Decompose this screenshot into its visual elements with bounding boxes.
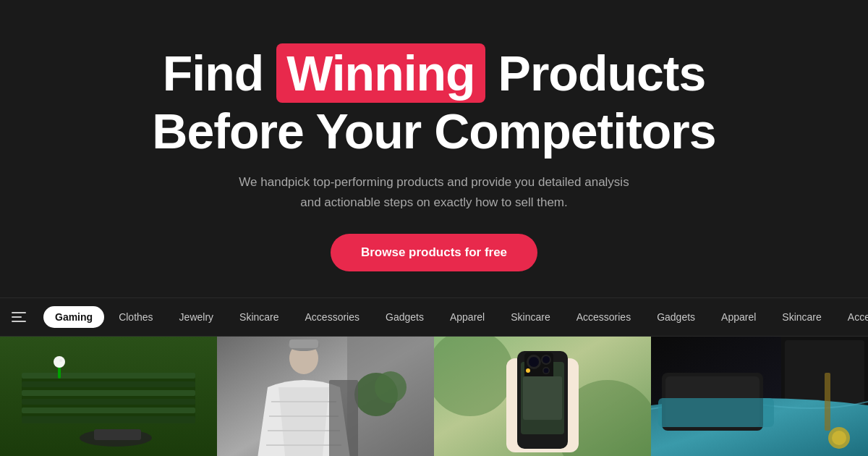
svg-rect-51	[825, 373, 830, 431]
svg-rect-25	[289, 339, 318, 348]
title-highlight: Winning	[276, 43, 485, 103]
svg-rect-48	[658, 398, 774, 427]
title-before: Find	[163, 46, 276, 101]
svg-point-50	[832, 431, 846, 445]
svg-rect-3	[22, 373, 195, 379]
tab-gadgets[interactable]: Gadgets	[374, 306, 435, 328]
hero-title: Find Winning Products Before Your Compet…	[152, 43, 715, 159]
product-card-2[interactable]	[217, 337, 434, 456]
tab-gadgets-2[interactable]: Gadgets	[645, 306, 707, 328]
product-card-4[interactable]	[651, 337, 868, 456]
title-after: Products	[485, 46, 706, 101]
filter-line-2	[12, 316, 22, 318]
svg-rect-8	[22, 416, 195, 423]
category-tabs-bar: Gaming Clothes Jewelry Skincare Accessor…	[0, 297, 868, 337]
svg-point-11	[59, 359, 62, 362]
svg-rect-7	[22, 408, 195, 413]
tab-skincare-2[interactable]: Skincare	[499, 306, 561, 328]
svg-rect-2	[22, 373, 195, 423]
svg-rect-6	[22, 399, 195, 405]
tab-skincare-3[interactable]: Skincare	[770, 306, 833, 328]
svg-point-39	[544, 368, 549, 373]
tab-apparel[interactable]: Apparel	[438, 306, 496, 328]
product-card-3[interactable]	[434, 337, 651, 456]
svg-rect-26	[329, 380, 358, 456]
tab-gaming[interactable]: Gaming	[43, 306, 104, 328]
hero-subtitle: We handpick top-performing products and …	[239, 172, 629, 211]
filter-line-1	[12, 312, 26, 313]
hero-section: Find Winning Products Before Your Compet…	[0, 0, 868, 297]
tab-accessories-3[interactable]: Accessories	[836, 306, 868, 328]
svg-point-10	[54, 356, 65, 368]
title-line2: Before Your Competitors	[152, 104, 715, 159]
tab-jewelry[interactable]: Jewelry	[168, 306, 225, 328]
svg-point-37	[542, 356, 550, 363]
products-grid	[0, 337, 868, 456]
svg-point-18	[375, 371, 407, 403]
product-card-1[interactable]	[0, 337, 217, 456]
filter-line-3	[12, 321, 26, 322]
tab-skincare[interactable]: Skincare	[228, 306, 290, 328]
svg-rect-5	[22, 390, 195, 396]
tab-apparel-2[interactable]: Apparel	[710, 306, 767, 328]
svg-rect-4	[22, 381, 195, 387]
svg-rect-41	[523, 376, 562, 420]
tab-clothes[interactable]: Clothes	[107, 306, 164, 328]
browse-cta-button[interactable]: Browse products for free	[331, 234, 537, 271]
filter-icon[interactable]	[12, 305, 35, 329]
svg-rect-13	[94, 429, 141, 440]
svg-point-35	[529, 357, 539, 367]
svg-point-40	[526, 368, 530, 373]
tab-accessories-2[interactable]: Accessories	[565, 306, 642, 328]
tab-accessories[interactable]: Accessories	[294, 306, 371, 328]
